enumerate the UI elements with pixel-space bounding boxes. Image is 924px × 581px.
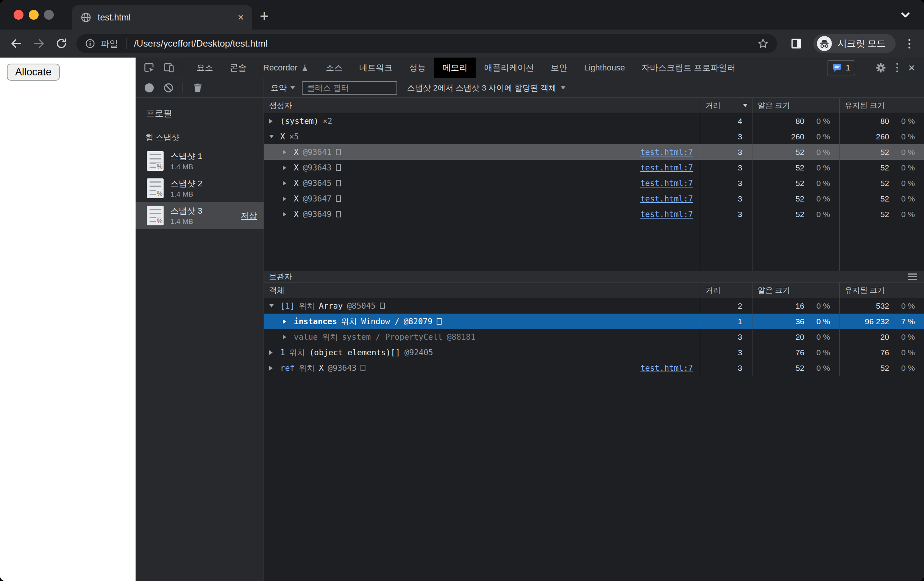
settings-gear-icon[interactable]: [875, 62, 886, 73]
expanded-arrow-icon[interactable]: [269, 304, 276, 307]
devtools-tab-자바스크립트 프로파일러[interactable]: 자바스크립트 프로파일러: [633, 58, 744, 78]
collapsed-arrow-icon[interactable]: [269, 119, 276, 124]
source-link[interactable]: test.html:7: [640, 363, 700, 373]
snapshot-size: 1.4 MB: [170, 190, 202, 198]
issues-badge[interactable]: 1: [827, 60, 855, 75]
browser-menu-icon[interactable]: [909, 39, 910, 48]
column-header[interactable]: 거리: [700, 282, 752, 298]
column-header[interactable]: 생성자: [264, 98, 700, 113]
source-link[interactable]: test.html:7: [640, 148, 700, 157]
size-percent: 0 %: [889, 302, 924, 310]
constructor-row[interactable]: (system)×24800 %800 %: [264, 113, 924, 129]
collapsed-arrow-icon[interactable]: [283, 212, 290, 217]
retainer-row[interactable]: instances위치Window /@820791360 %96 2327 %: [264, 314, 924, 329]
allocate-button[interactable]: Allocate: [7, 64, 60, 81]
retainers-filler: [264, 376, 924, 581]
device-toolbar-icon[interactable]: [163, 62, 175, 74]
record-heap-snapshot-button[interactable]: [145, 83, 154, 92]
object-text: 1: [280, 348, 285, 357]
class-filter-input[interactable]: [302, 81, 397, 95]
column-header[interactable]: 얕은 크기: [752, 282, 839, 298]
source-link[interactable]: test.html:7: [640, 179, 700, 188]
expanded-arrow-icon[interactable]: [269, 135, 276, 138]
devtools-tab-메모리[interactable]: 메모리: [434, 58, 476, 78]
reload-button[interactable]: [55, 38, 68, 50]
browser-tab[interactable]: test.html ×: [72, 5, 252, 30]
devtools-tab-보안[interactable]: 보안: [542, 58, 576, 78]
devtools-tab-lighthouse[interactable]: Lighthouse: [576, 58, 633, 78]
constructor-row[interactable]: X@93645test.html:73520 %520 %: [264, 175, 924, 191]
source-link[interactable]: test.html:7: [640, 194, 700, 203]
constructor-row[interactable]: X@93643test.html:73520 %520 %: [264, 160, 924, 175]
devtools-tab-콘솔[interactable]: 콘솔: [221, 58, 255, 78]
constructor-row[interactable]: X@93649test.html:73520 %520 %: [264, 206, 924, 222]
tab-search-chevron-icon[interactable]: [900, 11, 911, 20]
collapsed-arrow-icon[interactable]: [283, 181, 290, 186]
perspective-select[interactable]: 요약: [271, 83, 295, 93]
new-tab-button[interactable]: +: [260, 8, 269, 23]
zoom-window-button[interactable]: [44, 10, 54, 20]
collapsed-arrow-icon[interactable]: [283, 196, 290, 201]
constructor-row[interactable]: X@93647test.html:73520 %520 %: [264, 191, 924, 206]
size-percent: 0 %: [889, 333, 924, 342]
info-icon[interactable]: [85, 38, 96, 49]
back-button[interactable]: [10, 37, 23, 50]
side-panel-icon[interactable]: [790, 37, 803, 50]
source-link[interactable]: test.html:7: [640, 210, 700, 219]
column-header[interactable]: 유지된 크기: [839, 98, 924, 113]
snapshot-item[interactable]: 스냅샷 21.4 MB: [135, 175, 264, 202]
clear-profiles-icon[interactable]: [163, 82, 174, 94]
devtools-tab-소스[interactable]: 소스: [317, 58, 351, 78]
retainer-row[interactable]: [1]위치Array@850452160 %5320 %: [264, 298, 924, 314]
distance-cell: 3: [700, 129, 752, 144]
collapsed-arrow-icon[interactable]: [269, 350, 276, 355]
devtools-tab-label: 메모리: [442, 62, 467, 73]
snapshot-item[interactable]: 스냅샷 31.4 MB저장: [135, 202, 264, 229]
size-value: 76: [881, 348, 889, 357]
collapsed-arrow-icon[interactable]: [269, 366, 276, 370]
column-header[interactable]: 거리: [700, 98, 752, 113]
minimize-window-button[interactable]: [29, 10, 39, 20]
constructor-row[interactable]: X×532600 %2600 %: [264, 129, 924, 144]
save-snapshot-link[interactable]: 저장: [241, 210, 257, 221]
devtools-tab-애플리케이션[interactable]: 애플리케이션: [476, 58, 542, 78]
constructor-row[interactable]: X@93641test.html:73520 %520 %: [264, 144, 924, 160]
close-window-button[interactable]: [14, 10, 23, 20]
inspect-element-icon[interactable]: [143, 62, 155, 74]
tab-close-icon[interactable]: ×: [238, 12, 244, 23]
snapshot-item[interactable]: 스냅샷 11.4 MB: [135, 147, 264, 175]
column-header[interactable]: 객체: [264, 282, 700, 298]
collapsed-arrow-icon[interactable]: [283, 335, 290, 339]
snapshot-info: 스냅샷 11.4 MB: [170, 151, 202, 171]
source-link[interactable]: test.html:7: [640, 163, 700, 172]
devtools-close-icon[interactable]: ×: [908, 62, 915, 73]
object-cell: X@93643test.html:7: [264, 160, 700, 175]
devtools-tab-성능[interactable]: 성능: [401, 58, 434, 78]
devtools-tab-요소[interactable]: 요소: [188, 58, 221, 78]
collapsed-arrow-icon[interactable]: [283, 150, 290, 155]
retainer-row[interactable]: ref위치X@93643test.html:73520 %520 %: [264, 360, 924, 376]
bookmark-star-icon[interactable]: [757, 38, 769, 49]
devtools-tab-recorder[interactable]: Recorder: [255, 58, 317, 78]
retainers-menu-icon[interactable]: [908, 274, 917, 280]
object-cell: X@93649test.html:7: [264, 206, 700, 222]
retainer-row[interactable]: value위치system / PropertyCell@881813200 %…: [264, 329, 924, 345]
column-header[interactable]: 얕은 크기: [752, 98, 839, 113]
devtools-tab-네트워크[interactable]: 네트워크: [351, 58, 401, 78]
url-bar[interactable]: 파일 /Users/yceffort/Desktop/test.html: [76, 34, 777, 53]
column-header[interactable]: 유지된 크기: [839, 282, 924, 298]
collapsed-arrow-icon[interactable]: [283, 165, 290, 170]
forward-button[interactable]: [33, 37, 45, 50]
page-content: Allocate: [0, 58, 135, 581]
object-text: ×5: [289, 132, 299, 141]
collapsed-arrow-icon[interactable]: [283, 319, 290, 324]
shallow-size-cell: 520 %: [752, 360, 839, 376]
delete-profile-trash-icon[interactable]: [192, 82, 203, 94]
url-text[interactable]: /Users/yceffort/Desktop/test.html: [134, 38, 752, 49]
devtools-menu-icon[interactable]: [896, 63, 898, 73]
retainer-row[interactable]: 1위치(object elements)[]@924053760 %760 %: [264, 345, 924, 360]
snapshot-scope-select[interactable]: 스냅샷 2에서 스냅샷 3 사이에 할당된 객체: [407, 83, 565, 93]
size-percent: 0 %: [804, 163, 839, 172]
object-box-glyph: [336, 149, 341, 155]
object-text: Window /: [361, 317, 399, 326]
